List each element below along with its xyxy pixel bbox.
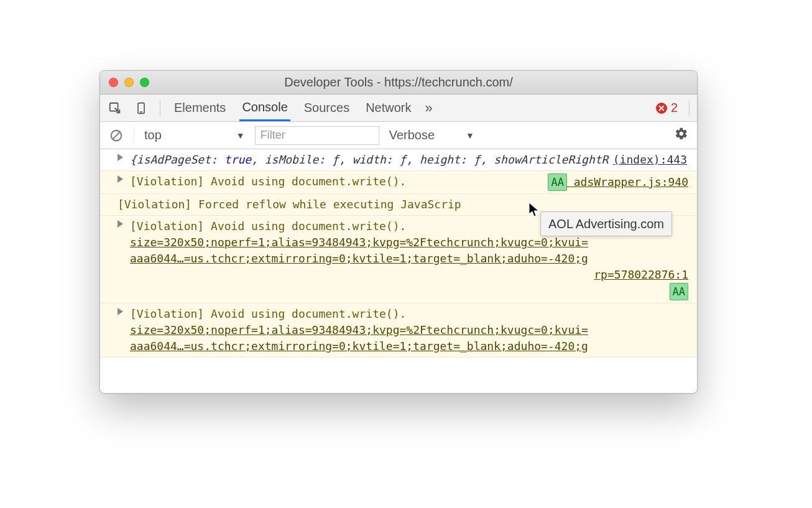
chevron-down-icon: ▼: [236, 131, 245, 141]
error-icon: ✕: [656, 103, 667, 114]
titlebar: Developer Tools - https://techcrunch.com…: [100, 71, 697, 95]
source-link[interactable]: AA adsWrapper.js:940: [548, 173, 688, 191]
log-level-selector[interactable]: Verbose ▼: [389, 128, 474, 142]
chevron-down-icon: ▼: [466, 131, 474, 141]
zoom-button[interactable]: [140, 78, 149, 87]
expand-triangle-icon[interactable]: [118, 175, 123, 183]
close-button[interactable]: [109, 78, 118, 87]
toolbar-separator: [689, 100, 690, 116]
request-params-link[interactable]: size=320x50;noperf=1;alias=93484943;kvpg…: [130, 236, 588, 265]
traffic-lights: [109, 78, 149, 87]
log-entry-object[interactable]: (index):443 {isAdPageSet: true, isMobile…: [100, 149, 697, 171]
error-count-badge[interactable]: ✕ 2: [656, 101, 678, 115]
inspect-element-icon[interactable]: [108, 101, 122, 116]
svg-line-4: [113, 132, 120, 139]
tab-console[interactable]: Console: [239, 95, 290, 121]
devtools-window: Developer Tools - https://techcrunch.com…: [99, 70, 698, 394]
error-count: 2: [671, 101, 678, 115]
violation-message: [Violation] Avoid using document.write()…: [130, 219, 406, 233]
log-entry-violation[interactable]: [Violation] Avoid using document.write()…: [100, 303, 697, 358]
third-party-badge[interactable]: AA: [670, 283, 688, 300]
toolbar-separator: [160, 100, 160, 116]
tab-network[interactable]: Network: [363, 95, 413, 121]
more-tabs-button[interactable]: »: [425, 100, 433, 116]
window-title: Developer Tools - https://techcrunch.com…: [100, 75, 697, 90]
tab-sources[interactable]: Sources: [302, 95, 352, 121]
expand-triangle-icon[interactable]: [118, 154, 123, 161]
filter-placeholder: Filter: [261, 129, 285, 142]
console-log-pane: (index):443 {isAdPageSet: true, isMobile…: [100, 149, 697, 393]
logged-object: {isAdPageSet: true, isMobile: ƒ, width: …: [130, 153, 608, 166]
minimize-button[interactable]: [124, 78, 134, 87]
request-params-link[interactable]: size=320x50;noperf=1;alias=93484943;kvpg…: [130, 323, 588, 353]
console-filter-bar: top ▼ Filter Verbose ▼: [100, 122, 697, 149]
devtools-tabbar: Elements Console Sources Network » ✕ 2: [100, 95, 697, 122]
device-toolbar-icon[interactable]: [134, 101, 149, 116]
request-source-link[interactable]: rp=578022876:1: [594, 268, 688, 281]
clear-console-icon[interactable]: [109, 128, 124, 143]
expand-triangle-icon[interactable]: [118, 220, 123, 228]
tab-elements[interactable]: Elements: [172, 95, 228, 121]
violation-message: [Violation] Forced reflow while executin…: [118, 198, 461, 211]
execution-context-selector[interactable]: top ▼: [144, 128, 245, 142]
context-value: top: [144, 128, 162, 142]
source-link[interactable]: (index):443: [613, 152, 687, 168]
third-party-badge[interactable]: AA: [548, 173, 566, 191]
badge-tooltip: AOL Advertising.com: [540, 211, 672, 236]
expand-triangle-icon[interactable]: [118, 308, 123, 315]
level-value: Verbose: [389, 128, 435, 142]
filter-input[interactable]: Filter: [255, 126, 379, 145]
console-settings-icon[interactable]: [675, 127, 688, 144]
violation-message: [Violation] Avoid using document.write()…: [130, 307, 406, 320]
toolbar-separator: [134, 127, 134, 144]
log-entry-violation[interactable]: [Violation] Avoid using document.write()…: [100, 171, 697, 194]
violation-message: [Violation] Avoid using document.write()…: [130, 175, 406, 188]
